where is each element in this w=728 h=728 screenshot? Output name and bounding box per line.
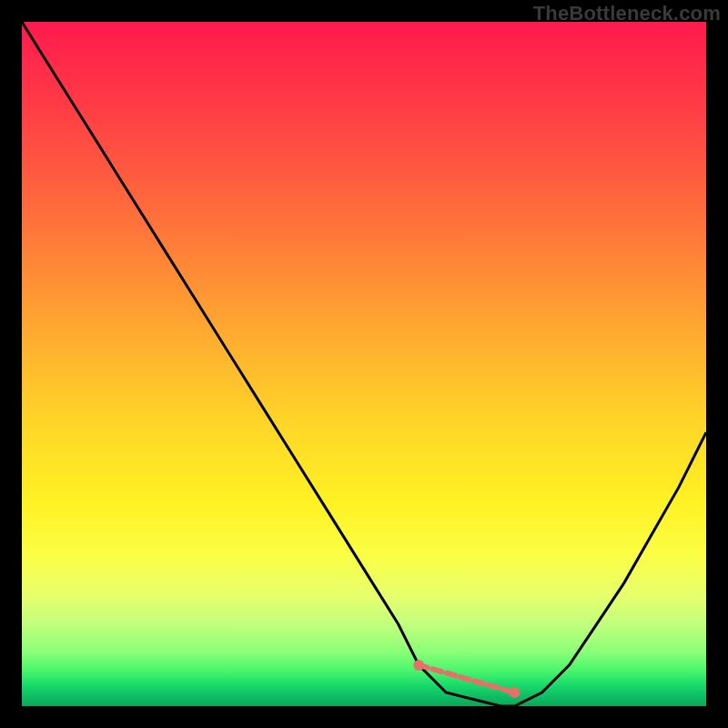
markers-group	[413, 660, 520, 698]
curve-line	[22, 22, 706, 706]
chart-svg	[22, 22, 706, 706]
marker-optimal-right	[509, 687, 520, 698]
plot-area	[22, 22, 706, 706]
chart-frame	[22, 22, 706, 706]
attribution-watermark: TheBottleneck.com	[533, 2, 721, 25]
bottleneck-curve	[22, 22, 706, 706]
marker-optimal-left	[413, 660, 424, 671]
